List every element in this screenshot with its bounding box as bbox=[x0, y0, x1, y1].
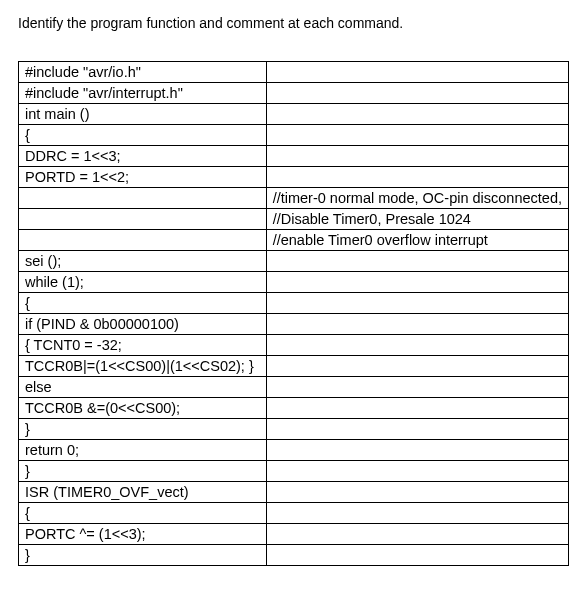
table-row: TCCR0B &=(0<<CS00); bbox=[19, 398, 569, 419]
code-table: #include "avr/io.h"#include "avr/interru… bbox=[18, 61, 569, 566]
table-row: { bbox=[19, 125, 569, 146]
table-row: { TCNT0 = -32; bbox=[19, 335, 569, 356]
table-row: //enable Timer0 overflow interrupt bbox=[19, 230, 569, 251]
table-row: if (PIND & 0b00000100) bbox=[19, 314, 569, 335]
comment-cell bbox=[266, 545, 568, 566]
code-cell: if (PIND & 0b00000100) bbox=[19, 314, 267, 335]
code-cell: { TCNT0 = -32; bbox=[19, 335, 267, 356]
code-cell: ISR (TIMER0_OVF_vect) bbox=[19, 482, 267, 503]
table-row: PORTD = 1<<2; bbox=[19, 167, 569, 188]
comment-cell bbox=[266, 293, 568, 314]
table-row: int main () bbox=[19, 104, 569, 125]
table-row: { bbox=[19, 503, 569, 524]
comment-cell bbox=[266, 104, 568, 125]
code-cell: TCCR0B &=(0<<CS00); bbox=[19, 398, 267, 419]
code-cell: PORTC ^= (1<<3); bbox=[19, 524, 267, 545]
code-cell: #include "avr/interrupt.h" bbox=[19, 83, 267, 104]
code-cell: TCCR0B|=(1<<CS00)|(1<<CS02); } bbox=[19, 356, 267, 377]
code-cell: { bbox=[19, 503, 267, 524]
table-row: ISR (TIMER0_OVF_vect) bbox=[19, 482, 569, 503]
code-cell: } bbox=[19, 419, 267, 440]
comment-cell bbox=[266, 272, 568, 293]
code-cell: } bbox=[19, 545, 267, 566]
code-cell: { bbox=[19, 125, 267, 146]
table-row: else bbox=[19, 377, 569, 398]
comment-cell bbox=[266, 356, 568, 377]
code-cell: PORTD = 1<<2; bbox=[19, 167, 267, 188]
table-row: } bbox=[19, 545, 569, 566]
comment-cell bbox=[266, 377, 568, 398]
comment-cell bbox=[266, 251, 568, 272]
comment-cell bbox=[266, 314, 568, 335]
table-row: { bbox=[19, 293, 569, 314]
code-cell: return 0; bbox=[19, 440, 267, 461]
code-cell: DDRC = 1<<3; bbox=[19, 146, 267, 167]
instruction-text: Identify the program function and commen… bbox=[18, 15, 569, 31]
comment-cell bbox=[266, 524, 568, 545]
table-row: #include "avr/interrupt.h" bbox=[19, 83, 569, 104]
code-cell bbox=[19, 188, 267, 209]
table-row: sei (); bbox=[19, 251, 569, 272]
comment-cell bbox=[266, 125, 568, 146]
comment-cell: //timer-0 normal mode, OC-pin disconnect… bbox=[266, 188, 568, 209]
table-row: #include "avr/io.h" bbox=[19, 62, 569, 83]
code-cell: { bbox=[19, 293, 267, 314]
comment-cell bbox=[266, 398, 568, 419]
comment-cell bbox=[266, 482, 568, 503]
code-cell bbox=[19, 209, 267, 230]
table-row: TCCR0B|=(1<<CS00)|(1<<CS02); } bbox=[19, 356, 569, 377]
comment-cell bbox=[266, 503, 568, 524]
table-row: return 0; bbox=[19, 440, 569, 461]
comment-cell bbox=[266, 335, 568, 356]
table-row: } bbox=[19, 461, 569, 482]
comment-cell bbox=[266, 419, 568, 440]
comment-cell bbox=[266, 440, 568, 461]
comment-cell: //Disable Timer0, Presale 1024 bbox=[266, 209, 568, 230]
table-row: //Disable Timer0, Presale 1024 bbox=[19, 209, 569, 230]
table-row: PORTC ^= (1<<3); bbox=[19, 524, 569, 545]
table-row: while (1); bbox=[19, 272, 569, 293]
code-cell: sei (); bbox=[19, 251, 267, 272]
code-cell: int main () bbox=[19, 104, 267, 125]
table-row: } bbox=[19, 419, 569, 440]
code-cell: #include "avr/io.h" bbox=[19, 62, 267, 83]
code-cell: else bbox=[19, 377, 267, 398]
comment-cell bbox=[266, 62, 568, 83]
code-cell: while (1); bbox=[19, 272, 267, 293]
table-row: DDRC = 1<<3; bbox=[19, 146, 569, 167]
table-row: //timer-0 normal mode, OC-pin disconnect… bbox=[19, 188, 569, 209]
comment-cell bbox=[266, 167, 568, 188]
comment-cell bbox=[266, 461, 568, 482]
comment-cell bbox=[266, 146, 568, 167]
comment-cell: //enable Timer0 overflow interrupt bbox=[266, 230, 568, 251]
comment-cell bbox=[266, 83, 568, 104]
code-cell: } bbox=[19, 461, 267, 482]
code-cell bbox=[19, 230, 267, 251]
